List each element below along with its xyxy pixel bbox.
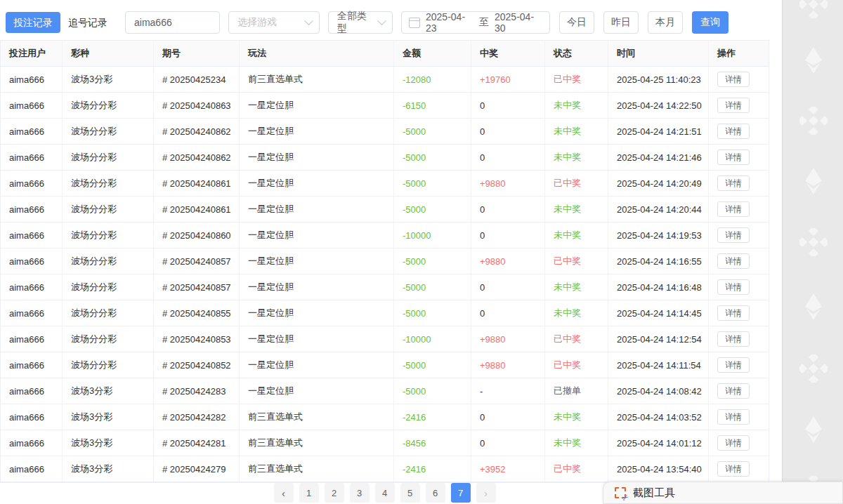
- cell-lottery: 波场3分彩: [63, 456, 154, 482]
- cell-issue: # 202504240852: [154, 352, 240, 378]
- cell-status: 已撤单: [545, 378, 608, 404]
- cell-issue: # 202504240862: [154, 145, 240, 170]
- cell-user: aima666: [1, 300, 63, 326]
- cell-user: aima666: [1, 223, 63, 248]
- cell-action: 详情: [709, 119, 769, 144]
- cell-amount: -5000: [394, 300, 471, 326]
- cell-amount: -8456: [394, 430, 471, 456]
- detail-button[interactable]: 详情: [717, 279, 750, 295]
- column-header: 金额: [394, 41, 471, 66]
- cell-status: 已中奖: [545, 326, 608, 352]
- cell-status: 已中奖: [545, 352, 608, 378]
- pagination-page-2[interactable]: 2: [325, 483, 344, 503]
- calendar-icon: [409, 18, 420, 28]
- pagination-page-7[interactable]: 7: [451, 483, 471, 503]
- cell-issue: # 20250425234: [154, 67, 240, 92]
- cell-amount: -2416: [394, 404, 471, 430]
- table-row: aima666波场分分彩# 202504240853一星定位胆-10000+98…: [1, 326, 769, 352]
- cell-issue: # 20250424279: [154, 456, 240, 482]
- table-row: aima666波场3分彩# 20250424283一星定位胆-5000-已撤单2…: [1, 378, 769, 404]
- cell-user: aima666: [1, 145, 63, 170]
- cell-play: 一星定位胆: [240, 352, 394, 378]
- detail-button[interactable]: 详情: [717, 383, 750, 399]
- cell-issue: # 202504240863: [154, 93, 240, 118]
- eth-watermark-icon: [802, 293, 825, 324]
- detail-button[interactable]: 详情: [717, 305, 750, 321]
- cell-play: 一星定位胆: [240, 223, 394, 248]
- table-row: aima666波场3分彩# 20250424281前三直选单式-84560未中奖…: [1, 430, 769, 456]
- username-input[interactable]: [125, 11, 220, 34]
- cell-lottery: 波场分分彩: [63, 119, 154, 144]
- cell-status: 未中奖: [545, 119, 608, 144]
- cell-amount: -12080: [394, 67, 471, 92]
- pagination-page-6[interactable]: 6: [426, 483, 445, 503]
- date-range-picker[interactable]: 2025-04-23 至 2025-04-30: [401, 11, 550, 34]
- detail-button[interactable]: 详情: [717, 150, 750, 165]
- cell-issue: # 202504240857: [154, 248, 240, 274]
- pagination-prev-button[interactable]: ‹: [274, 483, 294, 503]
- cell-amount: -5000: [394, 352, 471, 378]
- table-row: aima666波场分分彩# 202504240862一星定位胆-50000未中奖…: [1, 119, 769, 145]
- cell-amount: -5000: [394, 248, 471, 274]
- cell-user: aima666: [1, 248, 63, 274]
- bnb-watermark-icon: [799, 0, 828, 21]
- cell-lottery: 波场分分彩: [63, 197, 154, 222]
- pagination-page-3[interactable]: 3: [350, 483, 370, 503]
- pagination-page-5[interactable]: 5: [400, 483, 420, 503]
- cell-amount: -5000: [394, 197, 471, 222]
- pagination-page-1[interactable]: 1: [299, 483, 319, 503]
- table-row: aima666波场分分彩# 202504240857一星定位胆-50000未中奖…: [1, 274, 769, 300]
- bnb-watermark-icon: [799, 354, 828, 385]
- cell-amount: -10000: [394, 223, 471, 248]
- snip-tool-label: 截图工具: [633, 486, 675, 500]
- tab-chase-records[interactable]: 追号记录: [60, 12, 115, 33]
- tab-bet-records[interactable]: 投注记录: [6, 12, 60, 33]
- month-button[interactable]: 本月: [648, 11, 683, 34]
- cell-issue: # 20250424283: [154, 378, 240, 404]
- column-header: 时间: [608, 41, 709, 66]
- game-select-placeholder: 选择游戏: [237, 16, 277, 29]
- game-select[interactable]: 选择游戏: [228, 11, 320, 34]
- type-select[interactable]: 全部类型: [328, 11, 393, 34]
- detail-button[interactable]: 详情: [717, 201, 750, 217]
- detail-button[interactable]: 详情: [717, 227, 750, 243]
- detail-button[interactable]: 详情: [717, 124, 750, 139]
- column-header: 投注用户: [1, 41, 63, 66]
- detail-button[interactable]: 详情: [717, 175, 750, 191]
- cell-lottery: 波场3分彩: [63, 404, 154, 430]
- detail-button[interactable]: 详情: [717, 98, 750, 113]
- cell-issue: # 202504240861: [154, 171, 240, 196]
- cell-amount: -5000: [394, 119, 471, 144]
- cell-status: 未中奖: [545, 300, 608, 326]
- cell-action: 详情: [709, 248, 769, 274]
- cell-time: 2025-04-24 14:22:50: [608, 93, 709, 118]
- snip-tool-panel[interactable]: ✂ 截图工具: [603, 482, 843, 504]
- cell-lottery: 波场分分彩: [63, 274, 154, 300]
- cell-play: 前三直选单式: [240, 404, 394, 430]
- detail-button[interactable]: 详情: [717, 461, 750, 477]
- detail-button[interactable]: 详情: [717, 357, 750, 373]
- detail-button[interactable]: 详情: [717, 409, 750, 425]
- cell-time: 2025-04-24 14:01:12: [608, 430, 709, 456]
- detail-button[interactable]: 详情: [717, 331, 750, 347]
- cell-status: 未中奖: [545, 274, 608, 300]
- cell-user: aima666: [1, 456, 63, 482]
- today-button[interactable]: 今日: [559, 11, 594, 34]
- query-button[interactable]: 查询: [692, 11, 728, 34]
- pagination-page-4[interactable]: 4: [375, 483, 395, 503]
- cell-amount: -10000: [394, 326, 471, 352]
- cell-time: 2025-04-24 14:21:46: [608, 145, 709, 170]
- pagination-next-button[interactable]: ›: [476, 483, 496, 503]
- yesterday-button[interactable]: 昨日: [603, 11, 639, 34]
- detail-button[interactable]: 详情: [717, 435, 750, 451]
- table-row: aima666波场3分彩# 20250425234前三直选单式-12080+19…: [1, 67, 769, 93]
- detail-button[interactable]: 详情: [717, 72, 750, 87]
- cell-time: 2025-04-24 13:54:40: [608, 456, 709, 482]
- cell-time: 2025-04-24 14:14:45: [608, 300, 709, 326]
- cell-action: 详情: [709, 378, 769, 404]
- detail-button[interactable]: 详情: [717, 253, 750, 269]
- cell-action: 详情: [709, 67, 769, 92]
- cell-win: +9880: [471, 248, 545, 274]
- table-row: aima666波场分分彩# 202504240855一星定位胆-50000未中奖…: [1, 300, 769, 326]
- cell-time: 2025-04-24 14:16:55: [608, 248, 709, 274]
